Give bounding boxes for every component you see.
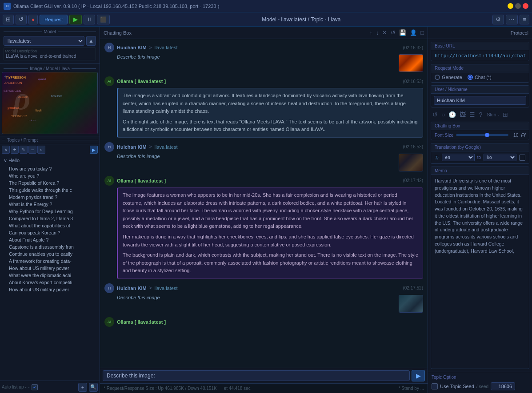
list-icon[interactable]: ☰ — [469, 111, 475, 118]
font-slider[interactable] — [456, 134, 508, 136]
model-refresh-button[interactable]: ▲ — [86, 36, 96, 46]
refresh-button[interactable]: ↺ — [16, 15, 27, 24]
stop-button[interactable]: ⬛ — [97, 15, 110, 24]
menu-button[interactable]: ≡ — [520, 15, 529, 24]
list-item[interactable]: How about US militery power — [0, 265, 100, 272]
play-button[interactable]: ▶ — [69, 15, 82, 24]
refresh-settings-icon[interactable]: ↺ — [432, 111, 438, 118]
radio-generate[interactable]: Generate — [435, 75, 462, 80]
maximize-button[interactable] — [515, 3, 521, 9]
chat-area[interactable]: H Huichan KIM > llava:latest (02:16:32) … — [100, 39, 428, 368]
add-image-button[interactable]: + — [78, 383, 87, 392]
msg-header: AI Ollama [ llava:latest ] (02:17:42) — [104, 176, 423, 186]
translation-label: Translation (by Google) — [431, 143, 529, 151]
model-description-text: LLaVA is a novel end-to-end trained — [5, 53, 95, 59]
more-button[interactable]: ⋯ — [506, 15, 518, 24]
center-panel: Chatting Box ↑ ↓ ✕ ↺ 💾 👤 □ H Huichan KIM… — [100, 27, 428, 393]
download-icon[interactable]: ↓ — [376, 29, 379, 36]
msg-thumbnail — [399, 154, 423, 171]
input-area: ▶ — [100, 368, 428, 383]
seed-value-input[interactable] — [491, 382, 515, 390]
chat-label: Chat (*) — [475, 75, 492, 80]
search-button[interactable]: 🔍 — [89, 383, 98, 392]
model-section-label: Model — [2, 28, 98, 35]
list-item[interactable]: Can you speak Korean ? — [0, 229, 100, 236]
grid-settings-icon[interactable]: ⊞ — [503, 111, 508, 118]
circle-icon[interactable]: ○ — [441, 111, 445, 118]
expand-icon[interactable]: □ — [420, 29, 424, 36]
msg-sender: Ollama [ llava:latest ] — [117, 79, 166, 84]
nickname-input[interactable] — [434, 96, 526, 105]
list-item[interactable]: About Fruit Apple ? — [0, 236, 100, 243]
send-button[interactable]: ▶ — [412, 370, 425, 381]
list-item[interactable]: Who are you ? — [0, 172, 100, 179]
user-msg-text: Describe this image — [117, 154, 395, 159]
msg-sender: Huichan KIM — [117, 144, 147, 150]
grid-button[interactable]: ⊞ — [3, 15, 14, 24]
topics-send-button[interactable]: ▶ — [90, 146, 98, 154]
model-select[interactable]: llava:latest — [4, 36, 84, 46]
tr-checkbox[interactable] — [519, 155, 525, 161]
upload-icon[interactable]: ↑ — [369, 29, 372, 36]
close-button[interactable] — [523, 3, 528, 9]
topic-group-header[interactable]: ∨ Hello — [4, 157, 96, 164]
auto-list-label: Auto list up - — [2, 385, 27, 389]
image-preview[interactable]: TIYPRESSON ANDERSON special brаulsm STRO… — [2, 72, 98, 134]
radio-chat[interactable]: Chat (*) — [468, 75, 492, 80]
chat-input[interactable] — [103, 370, 410, 381]
msg-arrow: > — [149, 286, 152, 290]
list-item[interactable]: What about the capabilities of — [0, 222, 100, 229]
help-icon[interactable]: ? — [479, 111, 482, 118]
list-item[interactable]: A framework for creating data- — [0, 258, 100, 265]
topics-minus-button[interactable]: − — [28, 146, 36, 154]
tr-to-select[interactable]: ko — [484, 154, 516, 161]
refresh-chat-icon[interactable]: ↺ — [391, 29, 396, 36]
topic-seed-label: Use Topic Seed — [440, 384, 474, 389]
skin-label: Skin - — [487, 112, 499, 117]
tr-arrow-label: to — [477, 155, 481, 160]
list-item[interactable]: Continue enables you to easily — [0, 250, 100, 258]
image-icon[interactable]: 🖼 — [460, 111, 466, 118]
statusbar: * Request/Response Size : Up 461.985K / … — [100, 383, 428, 393]
request-button[interactable]: Request — [40, 15, 68, 24]
list-item[interactable]: What is the Energy ? — [0, 201, 100, 208]
user-icon[interactable]: 👤 — [410, 29, 417, 36]
msg-header: H Huichan KIM > llava:latest (02:17:52) — [104, 283, 423, 293]
auto-list-checkbox[interactable]: ✓ — [32, 384, 38, 390]
topics-edit-button[interactable]: ✎ — [20, 146, 28, 154]
minimize-button[interactable] — [508, 3, 513, 9]
pause-button[interactable]: ⏸ — [84, 15, 95, 24]
list-item[interactable]: About Korea's export competiti — [0, 279, 100, 286]
font-size-row: Font Size 10 Ff — [435, 132, 525, 138]
seed-divider: / seed — [476, 384, 488, 389]
list-item[interactable]: Compared to Llama 2, Llama 3 — [0, 215, 100, 222]
topics-up-button[interactable]: ∧ — [2, 146, 10, 154]
status-time: et 44.418 sec — [224, 386, 251, 391]
list-item[interactable]: Modern physics trend ? — [0, 194, 100, 201]
topics-sort-button[interactable]: s — [37, 146, 45, 154]
tr-from-select[interactable]: en — [442, 154, 475, 161]
topic-seed-checkbox[interactable] — [432, 383, 438, 389]
record-button[interactable]: ● — [28, 15, 38, 24]
list-item[interactable]: Capstone is a disassembly fran — [0, 243, 100, 250]
clock-icon[interactable]: 🕐 — [448, 111, 456, 118]
memo-label: Memo — [431, 167, 529, 175]
list-item[interactable]: How about US military power — [0, 286, 100, 293]
avatar: H — [104, 43, 114, 52]
list-item[interactable]: The Republic of Korea ? — [0, 179, 100, 187]
radio-dot-chat — [468, 75, 473, 80]
chatting-box-title: Chatting Box — [104, 30, 132, 36]
topic-group-hello[interactable]: ∨ Hello — [0, 156, 100, 165]
chat-header: Chatting Box ↑ ↓ ✕ ↺ 💾 👤 □ — [100, 27, 428, 39]
base-url-section: Base URL http://localhost:11434/api/chat — [431, 42, 529, 61]
gear-button[interactable]: ⚙ — [492, 15, 504, 24]
list-item[interactable]: What were the diplomatic achi — [0, 272, 100, 279]
close-chat-icon[interactable]: ✕ — [382, 29, 387, 36]
list-item[interactable]: Why Python for Deep Learning — [0, 208, 100, 215]
list-item[interactable]: This guide walks through the c — [0, 187, 100, 194]
list-item[interactable]: How are you today ? — [0, 165, 100, 172]
save-chat-icon[interactable]: 💾 — [399, 29, 406, 36]
model-section: Model llava:latest ▲ Model Description L… — [0, 27, 100, 64]
user-msg-text: Describe this image — [117, 54, 395, 60]
topics-add-button[interactable]: + — [11, 146, 19, 154]
